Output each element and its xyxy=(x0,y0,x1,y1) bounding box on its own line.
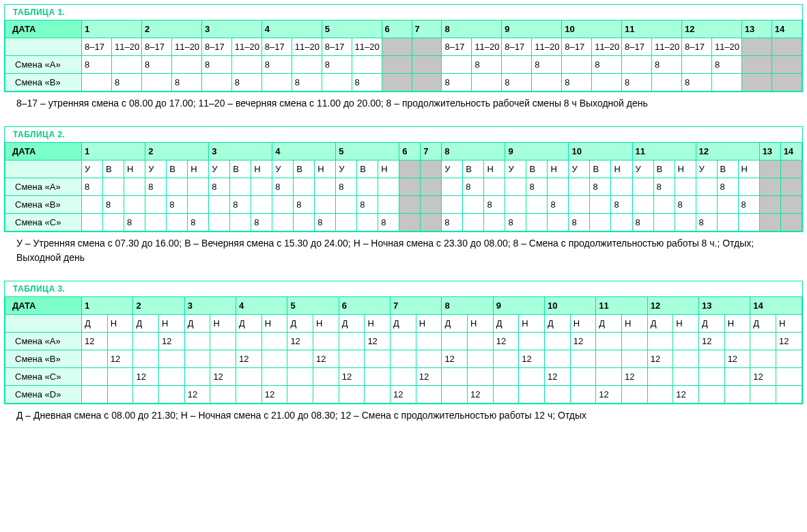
data-cell: 12 xyxy=(647,350,673,367)
schedule-table: ДАТА1234567891011121314 ДНДНДНДНДНДНДНДН… xyxy=(5,296,802,404)
data-cell: 12 xyxy=(622,367,648,385)
data-cell: 8 xyxy=(124,214,145,232)
data-cell xyxy=(416,385,442,403)
data-cell xyxy=(201,74,231,92)
data-cell xyxy=(209,196,230,214)
data-cell xyxy=(741,56,771,74)
data-cell xyxy=(272,214,294,232)
data-cell: 12 xyxy=(184,385,210,403)
data-cell xyxy=(210,350,236,367)
data-cell xyxy=(82,74,112,92)
table-wrap-2: ТАБЛИЦА 2.ДАТА1234567891011121314 УВНУВН… xyxy=(4,126,803,232)
sub-header-cell: Н xyxy=(188,160,209,178)
data-cell: 8 xyxy=(142,56,172,74)
sub-header-cell: 11–20 xyxy=(292,38,322,56)
sub-header-cell: Н xyxy=(251,160,272,178)
data-cell xyxy=(184,350,210,367)
data-cell xyxy=(519,385,545,403)
data-cell: 12 xyxy=(313,350,339,367)
data-cell xyxy=(570,385,596,403)
sub-header-cell: 8–17 xyxy=(82,38,112,56)
sub-header-cell: Н xyxy=(107,314,133,332)
header-day: 2 xyxy=(142,20,202,38)
data-cell: 8 xyxy=(569,214,590,232)
data-cell: 8 xyxy=(352,74,382,92)
sub-header-cell: Н xyxy=(738,160,759,178)
data-cell xyxy=(421,214,442,232)
data-cell xyxy=(167,178,188,196)
sub-header-cell: У xyxy=(82,160,103,178)
sub-header-cell: В xyxy=(590,160,611,178)
sub-header-cell xyxy=(771,38,802,56)
data-cell xyxy=(236,332,262,350)
data-cell xyxy=(741,74,771,92)
header-day: 14 xyxy=(771,20,802,38)
data-cell xyxy=(545,385,571,403)
sub-header-cell: В xyxy=(717,160,738,178)
data-cell xyxy=(112,56,142,74)
data-cell xyxy=(493,350,519,367)
data-cell: 8 xyxy=(502,74,532,92)
sub-header-cell: Д xyxy=(442,314,468,332)
sub-header-cell: 11–20 xyxy=(472,38,502,56)
data-cell xyxy=(681,56,711,74)
sub-header-cell: Н xyxy=(776,314,802,332)
data-cell xyxy=(622,56,652,74)
data-cell: 8 xyxy=(472,56,502,74)
sub-header-cell: Н xyxy=(548,160,569,178)
data-cell xyxy=(545,332,571,350)
data-cell xyxy=(365,350,391,367)
data-cell: 8 xyxy=(357,196,378,214)
data-cell xyxy=(569,196,590,214)
data-cell xyxy=(357,178,378,196)
sub-header-cell: Д xyxy=(596,314,622,332)
data-cell: 12 xyxy=(391,385,416,403)
data-cell xyxy=(365,367,391,385)
data-cell xyxy=(484,214,505,232)
data-cell: 8 xyxy=(322,56,352,74)
row-label: Смена «A» xyxy=(5,332,82,350)
data-cell: 8 xyxy=(315,214,336,232)
data-cell: 8 xyxy=(292,74,322,92)
data-cell xyxy=(261,367,287,385)
data-cell xyxy=(442,56,472,74)
sub-header-cell: 8–17 xyxy=(261,38,292,56)
sub-header-cell: Н xyxy=(468,314,494,332)
data-cell: 8 xyxy=(738,196,759,214)
data-cell xyxy=(611,214,632,232)
sub-header-cell: 8–17 xyxy=(622,38,652,56)
data-cell xyxy=(570,367,596,385)
sub-header-cell: 11–20 xyxy=(652,38,682,56)
data-cell xyxy=(493,385,519,403)
data-cell xyxy=(399,196,421,214)
sub-header-cell: У xyxy=(336,160,357,178)
header-day: 7 xyxy=(412,20,442,38)
sub-header-cell: Д xyxy=(493,314,519,332)
table-legend: Д – Дневная смена с 08.00 до 21.30; Н – … xyxy=(16,408,800,422)
sub-header-cell: 8–17 xyxy=(201,38,231,56)
data-cell: 8 xyxy=(201,56,231,74)
data-cell xyxy=(230,178,251,196)
header-day: 8 xyxy=(442,143,505,160)
data-cell xyxy=(287,367,313,385)
data-cell: 8 xyxy=(711,56,741,74)
data-cell xyxy=(145,214,167,232)
schedule-table: ДАТА1234567891011121314 УВНУВНУВНУВНУВНУ… xyxy=(5,142,802,232)
data-cell: 8 xyxy=(251,214,272,232)
data-cell xyxy=(287,350,313,367)
data-cell xyxy=(673,332,699,350)
data-cell xyxy=(313,367,339,385)
data-cell xyxy=(107,385,133,403)
sub-header-cell: Д xyxy=(545,314,571,332)
sub-header-cell: 8–17 xyxy=(502,38,532,56)
sub-header-cell xyxy=(741,38,771,56)
sub-header-cell: Д xyxy=(82,314,108,332)
data-cell xyxy=(750,332,776,350)
sub-header-cell: У xyxy=(442,160,463,178)
data-cell xyxy=(468,367,494,385)
data-cell xyxy=(261,332,287,350)
data-cell xyxy=(771,56,802,74)
data-cell xyxy=(548,214,569,232)
header-day: 1 xyxy=(82,143,145,160)
schedule-table: ДАТА1234567891011121314 8–1711–208–1711–… xyxy=(5,20,802,92)
